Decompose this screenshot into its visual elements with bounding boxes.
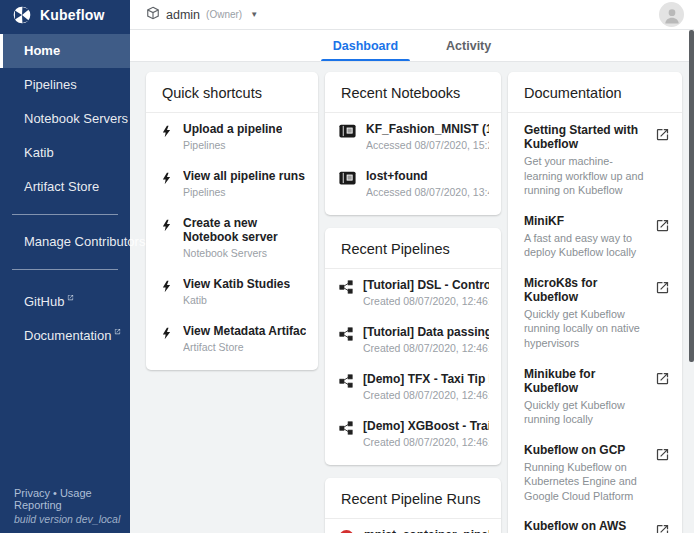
open-in-new-icon — [655, 123, 670, 198]
recent-notebooks-card: Recent Notebooks KF_Fashion_MNIST (1).ip… — [325, 72, 501, 215]
bolt-icon — [160, 326, 173, 344]
pipeline-run-row[interactable]: mnist_container_pipeline run Created 08/… — [325, 519, 501, 533]
doc-link-kubeflow-aws[interactable]: Kubeflow on AWS Running Kubeflow on Elas… — [508, 509, 682, 533]
bolt-icon — [160, 218, 173, 236]
chevron-down-icon: ▼ — [250, 10, 258, 19]
privacy-link[interactable]: Privacy — [14, 487, 50, 499]
tab-activity[interactable]: Activity — [426, 30, 511, 61]
user-avatar[interactable] — [659, 2, 684, 27]
pipeline-row[interactable]: [Tutorial] Data passing in python comp..… — [325, 316, 501, 363]
page-scrollbar-thumb[interactable] — [689, 30, 694, 362]
pipeline-graph-icon — [339, 327, 353, 345]
app-title: Kubeflow — [40, 7, 105, 23]
open-in-new-icon — [655, 443, 670, 504]
sidebar-item-notebook-servers[interactable]: Notebook Servers — [0, 102, 130, 136]
doc-link-minikf[interactable]: MiniKF A fast and easy way to deploy Kub… — [508, 204, 682, 266]
sidebar-nav: Home Pipelines Notebook Servers Katib Ar… — [0, 30, 130, 533]
doc-link-kubeflow-gcp[interactable]: Kubeflow on GCP Running Kubeflow on Kube… — [508, 433, 682, 510]
quick-shortcuts-card: Quick shortcuts Upload a pipeline Pipeli… — [146, 72, 318, 370]
shortcut-upload-pipeline[interactable]: Upload a pipeline Pipelines — [146, 113, 318, 160]
sidebar-item-pipelines[interactable]: Pipelines — [0, 68, 130, 102]
build-version: build version dev_local — [14, 513, 130, 525]
sidebar-item-katib[interactable]: Katib — [0, 136, 130, 170]
main-tabbar: Dashboard Activity — [130, 30, 694, 62]
open-in-new-icon — [655, 276, 670, 351]
sidebar-item-artifact-store[interactable]: Artifact Store — [0, 170, 130, 204]
open-in-new-icon — [655, 214, 670, 260]
notebook-row[interactable]: lost+found Accessed 08/07/2020, 13:46:37 — [325, 160, 501, 207]
doc-link-microk8s[interactable]: MicroK8s for Kubeflow Quickly get Kubefl… — [508, 266, 682, 357]
card-title: Quick shortcuts — [146, 72, 318, 113]
pipeline-graph-icon — [339, 280, 353, 298]
pipeline-graph-icon — [339, 421, 353, 439]
sidebar-item-github[interactable]: GitHub — [0, 280, 130, 314]
shortcut-view-metadata-artifacts[interactable]: View Metadata Artifacts Artifact Store — [146, 315, 318, 362]
pipeline-row[interactable]: [Demo] TFX - Taxi Tip Prediction Model .… — [325, 363, 501, 410]
dashboard-content: Quick shortcuts Upload a pipeline Pipeli… — [130, 62, 694, 533]
notebook-icon — [339, 124, 356, 142]
page-scrollbar[interactable] — [689, 0, 694, 533]
sidebar-item-home[interactable]: Home — [0, 34, 130, 68]
tab-dashboard[interactable]: Dashboard — [313, 30, 418, 61]
doc-link-getting-started[interactable]: Getting Started with Kubeflow Get your m… — [508, 113, 682, 204]
recent-pipelines-card: Recent Pipelines [Tutorial] DSL - Contro… — [325, 228, 501, 465]
top-header-right: admin (Owner) ▼ — [130, 0, 694, 30]
card-title: Documentation — [508, 72, 682, 113]
top-header: Kubeflow admin (Owner) ▼ — [0, 0, 694, 30]
sidebar-divider — [12, 269, 118, 270]
external-link-icon — [114, 314, 121, 348]
notebook-row[interactable]: KF_Fashion_MNIST (1).ipynb Accessed 08/0… — [325, 113, 501, 160]
shortcut-view-pipeline-runs[interactable]: View all pipeline runs Pipelines — [146, 160, 318, 207]
card-title: Recent Notebooks — [325, 72, 501, 113]
open-in-new-icon — [655, 519, 670, 533]
pipeline-row[interactable]: [Tutorial] DSL - Control structures Crea… — [325, 269, 501, 316]
sidebar-divider — [12, 214, 118, 215]
card-title: Recent Pipeline Runs — [325, 478, 501, 519]
external-link-icon — [67, 280, 74, 314]
kubeflow-logo-icon — [12, 5, 32, 25]
bolt-icon — [160, 279, 173, 297]
logo-area[interactable]: Kubeflow — [0, 0, 130, 30]
bolt-icon — [160, 124, 173, 142]
documentation-card: Documentation Getting Started with Kubef… — [508, 72, 682, 533]
shortcut-view-katib-studies[interactable]: View Katib Studies Katib — [146, 268, 318, 315]
pipeline-row[interactable]: [Demo] XGBoost - Training with Confusi..… — [325, 410, 501, 457]
bolt-icon — [160, 171, 173, 189]
open-in-new-icon — [655, 367, 670, 427]
namespace-name: admin — [166, 8, 200, 22]
namespace-role: (Owner) — [206, 9, 242, 20]
pipeline-graph-icon — [339, 374, 353, 392]
doc-link-minikube[interactable]: Minikube for Kubeflow Quickly get Kubefl… — [508, 357, 682, 433]
recent-pipeline-runs-card: Recent Pipeline Runs mnist_container_pip… — [325, 478, 501, 533]
kubeflow-dashboard: Kubeflow admin (Owner) ▼ — [0, 0, 694, 533]
sidebar-item-documentation[interactable]: Documentation — [0, 314, 130, 348]
sidebar-item-manage-contributors[interactable]: Manage Contributors — [0, 225, 130, 259]
shortcut-create-notebook-server[interactable]: Create a new Notebook server Notebook Se… — [146, 207, 318, 268]
namespace-cube-icon — [146, 6, 160, 24]
sidebar-footer: Privacy•Usage Reporting build version de… — [0, 487, 130, 525]
notebook-icon — [339, 171, 356, 189]
namespace-selector[interactable]: admin (Owner) ▼ — [146, 6, 258, 24]
card-title: Recent Pipelines — [325, 228, 501, 269]
